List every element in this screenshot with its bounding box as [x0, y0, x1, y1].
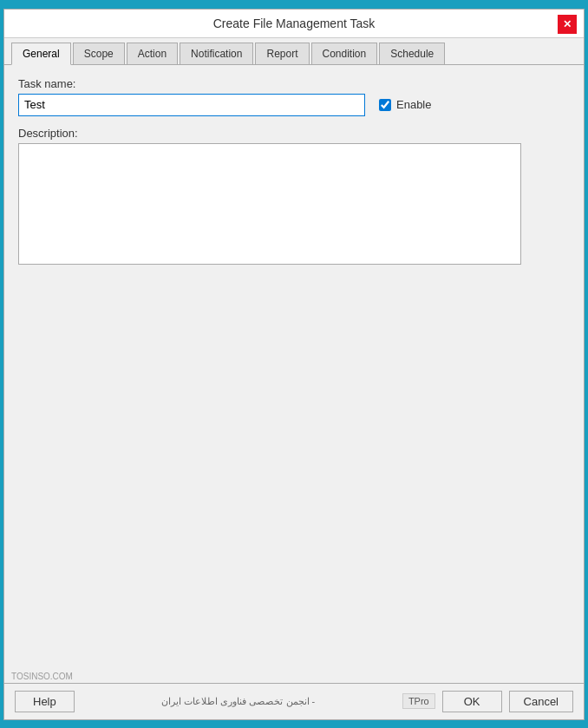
tab-notification[interactable]: Notification — [180, 43, 253, 65]
tab-scope[interactable]: Scope — [73, 43, 125, 65]
tab-action[interactable]: Action — [127, 43, 178, 65]
watermark: TOSINSO.COM — [11, 672, 73, 681]
task-name-group: Task name: Enable — [18, 77, 570, 116]
enable-checkbox[interactable] — [379, 99, 391, 111]
content-spacer — [18, 278, 570, 671]
footer-right: TPro OK Cancel — [402, 691, 573, 712]
tab-report[interactable]: Report — [255, 43, 309, 65]
tabs-bar: General Scope Action Notification Report… — [4, 38, 584, 65]
ok-button[interactable]: OK — [442, 691, 502, 712]
title-bar: Create File Management Task ✕ — [4, 10, 584, 38]
tab-schedule[interactable]: Schedule — [379, 43, 445, 65]
task-name-label: Task name: — [18, 77, 570, 90]
close-button[interactable]: ✕ — [558, 15, 577, 34]
tpro-badge: TPro — [402, 693, 435, 709]
description-group: Description: — [18, 127, 570, 267]
footer: Help انجمن تخصصی فناوری اطلاعات ایران - … — [4, 683, 584, 719]
window-title: Create File Management Task — [13, 16, 575, 30]
help-button[interactable]: Help — [15, 691, 75, 712]
enable-label: Enable — [396, 98, 431, 111]
tab-general[interactable]: General — [11, 43, 71, 65]
description-textarea[interactable] — [18, 143, 521, 265]
enable-row: Enable — [379, 98, 431, 111]
description-label: Description: — [18, 127, 570, 140]
footer-center: انجمن تخصصی فناوری اطلاعات ایران - — [75, 696, 402, 707]
tab-condition[interactable]: Condition — [311, 43, 378, 65]
footer-left: Help — [15, 691, 75, 712]
cancel-button[interactable]: Cancel — [509, 691, 573, 712]
task-name-row: Enable — [18, 94, 570, 116]
content-area: Task name: Enable Description: — [4, 65, 584, 683]
main-window: Create File Management Task ✕ General Sc… — [3, 9, 585, 720]
task-name-input[interactable] — [18, 94, 365, 116]
